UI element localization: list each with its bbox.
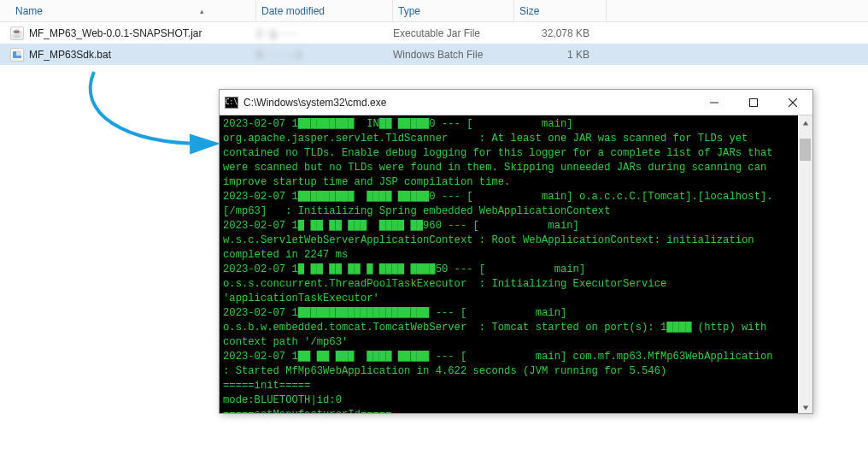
file-row[interactable]: ☕ MF_MP63_Web-0.0.1-SNAPSHOT.jar 2···g ·…	[0, 22, 868, 44]
column-header-size[interactable]: Size	[514, 0, 607, 21]
console-line: 2023-02-07 1█████████████████████ --- [ …	[223, 306, 795, 350]
sort-indicator-icon: ▴	[200, 7, 204, 15]
scroll-track[interactable]	[798, 130, 812, 400]
scroll-up-button[interactable]	[798, 115, 812, 130]
cmd-title: C:\Windows\system32\cmd.exe	[243, 97, 695, 109]
file-name: MF_MP63_Web-0.0.1-SNAPSHOT.jar	[29, 27, 202, 39]
cmd-console[interactable]: 2023-02-07 1█████████ IN██ █████0 --- [ …	[220, 115, 798, 414]
column-header-type[interactable]: Type	[393, 0, 514, 21]
console-line: 2023-02-07 1██ ██ ███ ████ █████ --- [ m…	[223, 350, 795, 379]
scroll-down-button[interactable]	[798, 400, 812, 414]
scroll-thumb[interactable]	[800, 139, 811, 161]
column-label-size: Size	[519, 5, 539, 17]
console-line: =====init=====	[223, 379, 795, 393]
cmd-window: C:\ C:\Windows\system32\cmd.exe 2023-02-…	[219, 89, 813, 414]
maximize-button[interactable]	[734, 90, 773, 115]
file-list: ☕ MF_MP63_Web-0.0.1-SNAPSHOT.jar 2···g ·…	[0, 22, 868, 65]
console-line: 2023-02-07 1█████████ IN██ █████0 --- [ …	[223, 117, 795, 190]
explorer-column-headers: Name ▴ Date modified Type Size	[0, 0, 868, 22]
svg-rect-1	[750, 98, 758, 106]
console-line: mode:BLUETOOTH|id:0	[223, 393, 795, 408]
file-type: Windows Batch File	[393, 49, 514, 61]
console-line: 2023-02-07 1█████████ ████ █████0 --- [ …	[223, 190, 795, 219]
console-line: 2023-02-07 1█ ██ ██ ██ █ ████ ████50 ---…	[223, 263, 795, 306]
file-row[interactable]: MF_MP63Sdk.bat 0············1 Windows Ba…	[0, 44, 868, 65]
file-date: 0············1	[256, 49, 393, 61]
column-label-type: Type	[398, 5, 420, 17]
bat-file-icon	[10, 48, 24, 62]
cmd-icon: C:\	[225, 97, 238, 109]
console-line: =====setManufacturerId=====	[223, 408, 795, 414]
cmd-body: 2023-02-07 1█████████ IN██ █████0 --- [ …	[220, 115, 812, 414]
console-line: 2023-02-07 1█ ██ ██ ███ ████ ██960 --- […	[223, 219, 795, 263]
close-button[interactable]	[773, 90, 812, 115]
file-size: 1 KB	[514, 49, 607, 61]
arrow-annotation-icon	[68, 68, 239, 162]
file-type: Executable Jar File	[393, 27, 514, 39]
file-date: 2···g ·······	[256, 27, 393, 39]
column-header-name[interactable]: Name ▴	[10, 0, 256, 21]
scrollbar[interactable]	[798, 115, 812, 414]
column-header-date[interactable]: Date modified	[256, 0, 393, 21]
column-label-date: Date modified	[261, 5, 325, 17]
minimize-button[interactable]	[695, 90, 734, 115]
file-name: MF_MP63Sdk.bat	[29, 49, 111, 61]
column-label-name: Name	[15, 5, 43, 17]
cmd-titlebar[interactable]: C:\ C:\Windows\system32\cmd.exe	[220, 90, 812, 115]
file-size: 32,078 KB	[514, 27, 607, 39]
jar-file-icon: ☕	[10, 27, 24, 40]
